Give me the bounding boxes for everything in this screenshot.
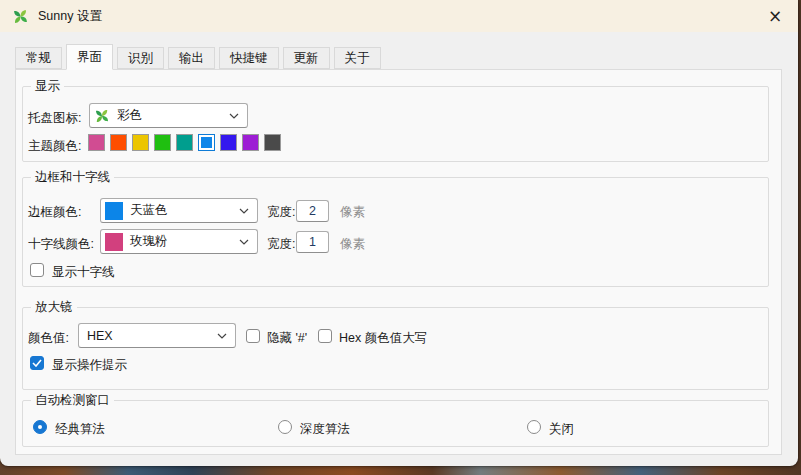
radio-deep-label: 深度算法: [300, 421, 350, 438]
cross-width-label: 宽度:: [267, 236, 295, 253]
border-color-dropdown[interactable]: 天蓝色: [100, 198, 258, 223]
theme-swatch-gold[interactable]: [132, 134, 149, 151]
window-title: Sunny 设置: [38, 8, 102, 25]
group-auto-detect-title: 自动检测窗口: [31, 392, 114, 409]
group-magnifier-title: 放大镜: [31, 299, 77, 316]
radio-classic-algorithm[interactable]: [33, 420, 47, 434]
cross-color-label: 十字线颜色:: [28, 236, 94, 253]
settings-dialog: Sunny 设置 × 常规 界面 识别 输出 快捷键 更新 关于 显示 托盘图标…: [0, 0, 798, 466]
tab-general[interactable]: 常规: [15, 47, 62, 69]
tab-strip: 常规 界面 识别 输出 快捷键 更新 关于: [15, 44, 381, 70]
theme-swatch-pink[interactable]: [88, 134, 105, 151]
radio-off[interactable]: [527, 420, 541, 434]
border-width-unit: 像素: [340, 204, 365, 221]
tab-interface[interactable]: 界面: [66, 44, 113, 70]
radio-off-label: 关闭: [549, 421, 574, 438]
tab-output[interactable]: 输出: [168, 47, 215, 69]
theme-swatch-teal[interactable]: [176, 134, 193, 151]
cross-color-value: 玫瑰粉: [130, 233, 168, 250]
hide-hash-label: 隐藏 '#': [267, 330, 307, 347]
titlebar: Sunny 设置 ×: [0, 0, 798, 32]
radio-deep-algorithm[interactable]: [278, 420, 292, 434]
tray-icon-value: 彩色: [117, 107, 142, 124]
close-icon[interactable]: ×: [752, 0, 798, 32]
cross-color-swatch: [105, 233, 123, 251]
theme-color-swatches: [88, 134, 281, 151]
show-tips-checkbox[interactable]: [30, 356, 44, 370]
color-format-dropdown[interactable]: HEX: [78, 323, 236, 348]
color-format-value: HEX: [87, 329, 113, 343]
group-border-title: 边框和十字线: [31, 169, 114, 186]
tray-icon-label: 托盘图标:: [28, 110, 81, 127]
show-crosshair-checkbox[interactable]: [30, 263, 44, 277]
cross-width-unit: 像素: [340, 236, 365, 253]
hex-uppercase-checkbox[interactable]: [318, 329, 332, 343]
cross-color-dropdown[interactable]: 玫瑰粉: [100, 229, 258, 254]
tray-icon-dropdown[interactable]: 彩色: [89, 103, 248, 128]
group-auto-detect: 自动检测窗口: [22, 400, 769, 447]
tray-color-swirl-icon: [94, 108, 110, 124]
theme-color-label: 主题颜色:: [28, 138, 81, 155]
show-crosshair-label: 显示十字线: [52, 264, 115, 281]
border-color-swatch: [105, 202, 123, 220]
chevron-down-icon: [229, 113, 239, 119]
theme-swatch-blue-selected[interactable]: [198, 134, 215, 151]
cross-width-input[interactable]: [296, 231, 329, 253]
theme-swatch-orange[interactable]: [110, 134, 127, 151]
group-display-title: 显示: [31, 78, 64, 95]
tab-recognition[interactable]: 识别: [117, 47, 164, 69]
hex-uppercase-label: Hex 颜色值大写: [339, 330, 427, 347]
show-tips-label: 显示操作提示: [52, 357, 127, 374]
tab-about[interactable]: 关于: [334, 47, 381, 69]
color-format-label: 颜色值:: [28, 330, 69, 347]
border-color-label: 边框颜色:: [28, 204, 81, 221]
theme-swatch-green[interactable]: [154, 134, 171, 151]
border-width-label: 宽度:: [267, 204, 295, 221]
chevron-down-icon: [239, 208, 249, 214]
border-width-input[interactable]: [296, 200, 329, 222]
tab-hotkeys[interactable]: 快捷键: [219, 47, 279, 69]
tab-update[interactable]: 更新: [283, 47, 330, 69]
theme-swatch-gray[interactable]: [264, 134, 281, 151]
border-color-value: 天蓝色: [130, 202, 168, 219]
chevron-down-icon: [239, 239, 249, 245]
group-magnifier: 放大镜: [22, 307, 769, 390]
app-icon: [12, 8, 29, 25]
chevron-down-icon: [217, 333, 227, 339]
hide-hash-checkbox[interactable]: [246, 329, 260, 343]
radio-classic-label: 经典算法: [55, 421, 105, 438]
theme-swatch-purple[interactable]: [242, 134, 259, 151]
theme-swatch-indigo[interactable]: [220, 134, 237, 151]
